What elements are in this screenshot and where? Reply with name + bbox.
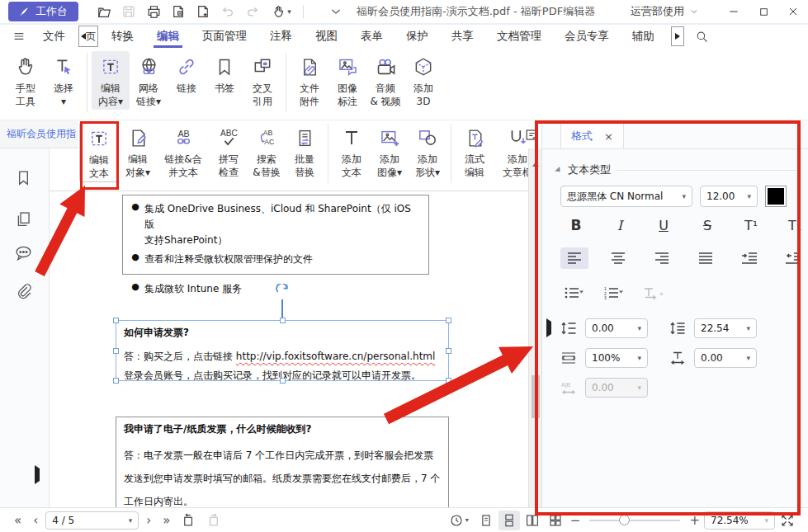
menu-share[interactable]: 共享 [440,25,485,48]
bold-button[interactable]: B [560,214,592,236]
open-file-button[interactable] [92,2,116,21]
line-spacing-combo[interactable]: 0.00▾ [585,318,648,338]
fullscreen-button[interactable] [777,511,798,530]
add-3d-button[interactable]: 添加 3D [404,51,442,110]
format-panel-toggle-button[interactable] [522,125,541,144]
spell-check-button[interactable]: ABC 拼写 检查 [210,122,248,181]
zoom-in-button[interactable]: + [687,513,702,528]
page-number-combo[interactable]: 4 / 5▾ [45,511,139,530]
zoom-slider[interactable] [589,520,680,521]
first-page-button[interactable]: « [10,513,26,528]
pages-panel-button[interactable] [12,208,34,229]
save-button[interactable] [116,2,141,21]
hamburger-menu-icon[interactable] [7,26,31,46]
edit-text-button[interactable]: 编辑 文本 [79,122,119,182]
menu-edit[interactable]: 编辑 [145,25,191,48]
text-type-section-header[interactable]: 文本类型 [555,162,796,177]
menu-expand-button[interactable] [671,26,684,46]
selection-handle[interactable] [280,378,286,384]
font-size-combo[interactable]: 12.00▾ [700,186,758,207]
menu-form[interactable]: 表单 [349,25,395,48]
menu-protect[interactable]: 保护 [395,25,440,48]
search-icon[interactable] [689,26,714,46]
document-page[interactable]: ●集成 OneDrive Business、iCloud 和 SharePoin… [50,191,528,507]
menu-collapse-button[interactable]: 页 [78,26,98,47]
batch-replace-button[interactable]: 批量 替换 [286,122,324,181]
document-tab[interactable]: 福昕会员使用指 [0,127,78,141]
next-page-button[interactable]: › [142,513,155,528]
export-pages-button[interactable] [166,2,191,21]
subscript-button[interactable]: T₁ [779,214,808,236]
horizontal-scale-combo[interactable]: 100%▾ [585,348,648,368]
sidebar-expand-handle[interactable] [35,468,40,481]
undo-button[interactable] [215,2,240,21]
comments-panel-button[interactable] [12,242,34,264]
selection-handle[interactable] [113,378,119,384]
menu-member-exclusive[interactable]: 会员专享 [553,25,621,48]
flow-edit-button[interactable]: 流式 编辑 [456,122,494,181]
align-left-button[interactable] [560,247,588,269]
scroll-up-arrow[interactable] [532,162,539,167]
last-page-button[interactable]: » [158,513,174,528]
select-tool-button[interactable]: 选择 ▾ [45,51,83,110]
bookmarks-panel-button[interactable] [12,167,34,188]
menu-comment[interactable]: 注释 [258,25,304,48]
text-block[interactable]: 我申请了电子/纸质发票，什么时候能收到? 答：电子发票一般在申请后 7 个工作日… [116,417,449,507]
print-button[interactable] [141,2,166,21]
previous-page-button[interactable]: ‹ [29,513,42,528]
redo-button[interactable] [240,2,265,21]
word-spacing-combo[interactable]: 0.00▾ [585,378,648,398]
cross-reference-button[interactable]: 交叉 引用 [243,51,281,110]
grid-view-button[interactable] [545,511,566,530]
zoom-level-combo[interactable]: 72.54%▾ [704,511,775,530]
minimize-button[interactable] [719,0,749,23]
maximize-button[interactable] [749,0,778,23]
hand-tool-button[interactable]: 手型 工具 [7,51,45,110]
close-icon[interactable]: × [604,130,613,143]
superscript-button[interactable]: T¹ [735,214,767,236]
selection-handle[interactable] [280,318,286,323]
align-justify-button[interactable] [692,247,720,269]
menu-file[interactable]: 文件 [31,25,77,48]
menu-page-management[interactable]: 页面管理 [191,25,258,48]
menu-convert[interactable]: 转换 [100,25,145,48]
bullet-list-block[interactable]: ●集成 OneDrive Business、iCloud 和 SharePoin… [122,195,429,275]
italic-button[interactable]: I [604,214,636,236]
edit-content-button[interactable]: 编辑 内容▾ [92,51,130,110]
menu-document-management[interactable]: 文档管理 [485,25,553,48]
account-menu[interactable]: 运营部使用 [631,4,699,19]
menu-assist[interactable]: 辅助 [621,25,666,48]
rotate-left-button[interactable] [177,511,199,530]
document-scrollbar[interactable] [528,148,541,507]
selected-text-box[interactable]: 如何申请发票? 答：购买之后，点击链接 http://vip.foxitsoft… [116,320,449,381]
new-page-button[interactable] [191,2,215,21]
font-color-swatch[interactable] [765,186,787,207]
numbered-list-button[interactable]: 123 [600,282,628,304]
edit-object-button[interactable]: 编辑 对象▾ [119,122,157,181]
close-button[interactable] [778,0,808,23]
continuous-view-button[interactable] [499,511,520,530]
rotation-handle[interactable] [275,284,291,299]
line-height-combo[interactable]: 22.54▾ [694,318,757,338]
search-replace-button[interactable]: ABAC 搜索 &替换 [248,122,286,181]
workspace-button[interactable]: 工作台 [8,2,78,21]
zoom-out-button[interactable]: − [568,513,584,528]
selection-handle[interactable] [113,318,119,323]
add-image-button[interactable]: 添加 图像▾ [371,122,409,181]
link-merge-text-button[interactable]: AB 链接&合 并文本 [157,122,210,181]
bullet-list-button[interactable] [560,282,588,304]
web-link-button[interactable]: 网络 链接▾ [130,51,168,110]
bookmark-button[interactable]: 书签 [206,51,243,97]
selection-handle[interactable] [446,348,451,354]
panel-collapse-handle[interactable] [546,322,551,334]
zoom-slider-knob[interactable] [619,515,630,525]
indent-increase-button[interactable] [735,247,763,269]
selection-handle[interactable] [446,378,451,384]
align-right-button[interactable] [648,247,676,269]
facing-view-button[interactable] [522,511,543,530]
audio-video-button[interactable]: 音频 & 视频 [366,51,404,110]
link-button[interactable]: 链接 [168,51,206,97]
indent-decrease-button[interactable] [779,247,807,269]
collapse-ribbon-chevron[interactable] [324,2,348,21]
tab-format[interactable]: 格式 × [560,122,624,148]
